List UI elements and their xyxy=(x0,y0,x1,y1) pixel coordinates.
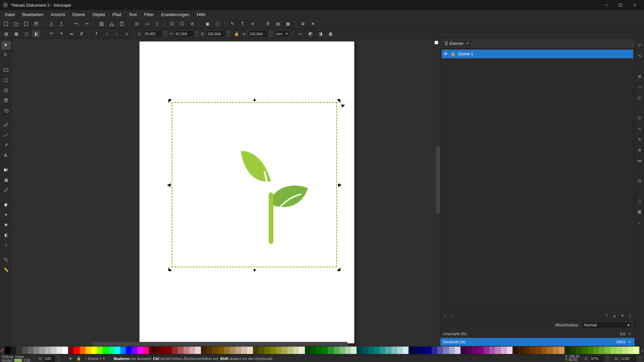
color-swatch[interactable] xyxy=(282,347,287,354)
color-swatch[interactable] xyxy=(143,347,149,354)
move-patterns-icon[interactable]: ▦ xyxy=(327,30,335,38)
visibility-icon[interactable]: 👁 xyxy=(444,52,448,56)
color-swatch[interactable] xyxy=(616,347,622,354)
color-swatch[interactable] xyxy=(363,347,368,354)
color-swatch[interactable] xyxy=(155,347,160,354)
color-swatch[interactable] xyxy=(524,347,530,354)
bezier-tool-icon[interactable] xyxy=(1,131,11,139)
color-swatch[interactable] xyxy=(605,347,610,354)
menu-pfad[interactable]: Pfad xyxy=(109,11,125,18)
color-swatch[interactable] xyxy=(62,347,68,354)
maximize-button[interactable] xyxy=(614,0,627,10)
color-swatch[interactable] xyxy=(80,347,86,354)
flip-h-icon[interactable]: ⇋ xyxy=(67,30,75,38)
layer-up-icon[interactable]: ▲ xyxy=(612,313,616,318)
pencil-tool-icon[interactable] xyxy=(1,121,11,129)
zoom-page-icon[interactable]: ▯ xyxy=(153,20,161,28)
horizontal-scrollbar[interactable] xyxy=(93,342,347,346)
color-swatch[interactable] xyxy=(178,347,183,354)
color-swatch[interactable] xyxy=(507,347,513,354)
color-swatch[interactable] xyxy=(345,347,351,354)
raise-icon[interactable]: ↑ xyxy=(103,30,111,38)
deselect-icon[interactable]: ▢ xyxy=(22,30,30,38)
scale-stroke-icon[interactable]: ▭ xyxy=(297,30,305,38)
rotate-cw-icon[interactable]: ↷ xyxy=(57,30,65,38)
clone-icon[interactable]: ⿴ xyxy=(178,20,186,28)
save-file-icon[interactable] xyxy=(22,20,30,28)
dock-snap-edge-icon[interactable]: ⊏ xyxy=(636,95,643,101)
dock-snap-page-icon[interactable]: ▢ xyxy=(636,198,643,204)
color-swatch[interactable] xyxy=(207,347,212,354)
import-icon[interactable] xyxy=(47,20,55,28)
w-spinner[interactable]: +− xyxy=(227,30,231,38)
color-swatch[interactable] xyxy=(22,347,28,354)
h-spinner[interactable]: +− xyxy=(269,30,273,38)
dock-snap-center-icon[interactable]: ⊕ xyxy=(636,147,643,154)
color-swatch[interactable] xyxy=(437,347,443,354)
dock-redo-icon[interactable]: ↷ xyxy=(636,53,643,60)
color-swatch[interactable] xyxy=(241,347,247,354)
add-layer-icon[interactable]: ＋ xyxy=(443,313,447,318)
color-swatch[interactable] xyxy=(190,347,195,354)
color-swatch[interactable] xyxy=(305,347,311,354)
color-swatch[interactable] xyxy=(455,347,461,354)
color-swatch[interactable] xyxy=(212,347,218,354)
color-swatch[interactable] xyxy=(565,347,570,354)
color-swatch[interactable] xyxy=(160,347,166,354)
color-swatch[interactable] xyxy=(247,347,253,354)
zoom-drawing-icon[interactable]: ▭ xyxy=(143,20,151,28)
no-color-swatch[interactable] xyxy=(0,347,5,354)
layers-dialog-icon[interactable]: ☰ xyxy=(264,20,272,28)
color-swatch[interactable] xyxy=(576,347,582,354)
color-swatch[interactable] xyxy=(489,347,495,354)
color-swatch[interactable] xyxy=(599,347,605,354)
fill-value[interactable]: Keine xyxy=(15,355,24,359)
calligraphy-tool-icon[interactable] xyxy=(1,141,11,149)
selectors-icon[interactable]: ▤ xyxy=(274,20,282,28)
redo-icon[interactable] xyxy=(83,20,91,28)
color-swatch[interactable] xyxy=(264,347,270,354)
color-swatch[interactable] xyxy=(357,347,362,354)
object-props-icon[interactable]: ▦ xyxy=(284,20,292,28)
color-swatch[interactable] xyxy=(351,347,357,354)
canvas-corner-widget[interactable] xyxy=(435,41,438,44)
dock-snap-other-icon[interactable]: ⊡ xyxy=(636,178,643,184)
color-swatch[interactable] xyxy=(120,347,126,354)
dock-undo-icon[interactable]: ↶ xyxy=(636,42,643,49)
color-swatch[interactable] xyxy=(16,347,22,354)
star-tool-icon[interactable] xyxy=(1,86,11,95)
color-swatch[interactable] xyxy=(45,347,51,354)
rotation-input[interactable] xyxy=(620,355,637,362)
blend-mode-select[interactable]: Normal▾ xyxy=(582,321,632,329)
color-swatch[interactable] xyxy=(588,347,593,354)
color-swatch[interactable] xyxy=(328,347,333,354)
color-swatch[interactable] xyxy=(559,347,565,354)
tweak-tool-icon[interactable]: ✦ xyxy=(1,210,11,219)
color-swatch[interactable] xyxy=(610,347,616,354)
spiral-tool-icon[interactable] xyxy=(1,106,11,115)
gradient-tool-icon[interactable] xyxy=(1,166,11,174)
menu-bearbeiten[interactable]: Bearbeiten xyxy=(19,11,47,18)
color-swatch[interactable] xyxy=(299,347,305,354)
dock-snap-path-icon[interactable]: ∿ xyxy=(636,125,643,132)
rotation-spinner[interactable]: +− xyxy=(638,355,642,362)
layer-down-icon[interactable]: ▼ xyxy=(621,313,625,318)
color-swatch[interactable] xyxy=(131,347,137,354)
document-props-icon[interactable]: ⚙ xyxy=(299,20,307,28)
alpha-input[interactable] xyxy=(43,355,56,362)
color-swatch[interactable] xyxy=(432,347,437,354)
unlink-clone-icon[interactable]: ⊘ xyxy=(188,20,196,28)
color-swatch[interactable] xyxy=(109,347,114,354)
color-swatch[interactable] xyxy=(218,347,224,354)
color-swatch[interactable] xyxy=(138,347,143,354)
lower-bottom-icon[interactable]: ⤓ xyxy=(123,30,131,38)
xml-editor-icon[interactable]: ✎ xyxy=(228,20,236,28)
open-file-icon[interactable] xyxy=(12,20,20,28)
ungroup-icon[interactable]: ▢ xyxy=(213,20,221,28)
color-swatch[interactable] xyxy=(593,347,599,354)
color-swatch[interactable] xyxy=(484,347,489,354)
color-swatch[interactable] xyxy=(541,347,547,354)
ellipse-tool-icon[interactable] xyxy=(1,76,11,84)
zoom-spinner[interactable]: +− xyxy=(605,355,609,362)
color-swatch[interactable] xyxy=(472,347,478,354)
